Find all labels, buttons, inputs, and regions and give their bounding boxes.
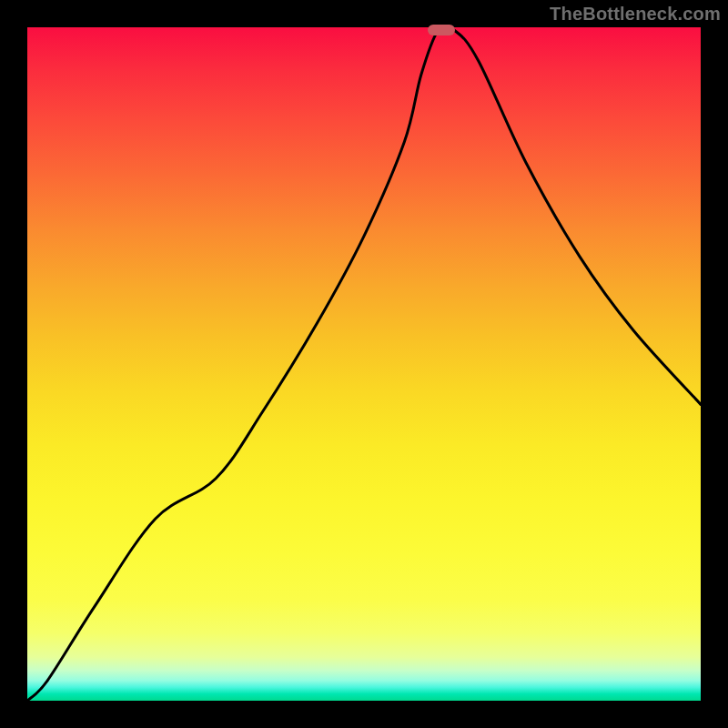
bottleneck-curve-path (27, 26, 701, 701)
curve-layer (27, 27, 701, 701)
chart-stage: TheBottleneck.com (0, 0, 728, 728)
watermark-text: TheBottleneck.com (550, 4, 721, 25)
plot-area (27, 27, 701, 701)
optimal-point-marker (428, 25, 455, 35)
